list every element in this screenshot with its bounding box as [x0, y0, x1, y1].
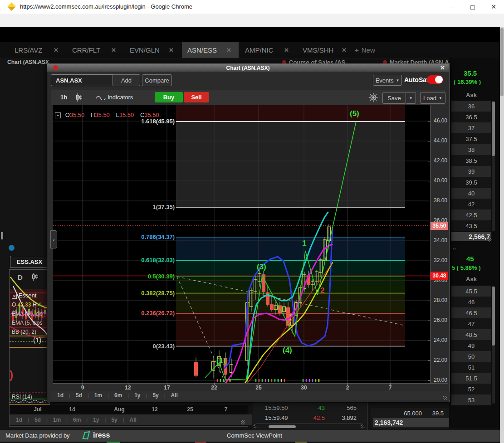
- close-icon[interactable]: ✕: [54, 47, 59, 54]
- ask-row[interactable]: 45.5: [451, 286, 491, 297]
- horizontal-scrollbar[interactable]: [269, 425, 296, 428]
- resize-grip[interactable]: [241, 420, 245, 424]
- ask-row[interactable]: 46.5: [451, 307, 491, 318]
- resize-grip[interactable]: [254, 424, 258, 428]
- scrollbar-thumb[interactable]: [500, 28, 504, 96]
- ask-row[interactable]: 42: [451, 199, 491, 209]
- period-1d[interactable]: 1d: [57, 392, 64, 399]
- resize-grip[interactable]: [488, 238, 492, 242]
- scrollbar-track[interactable]: [492, 286, 495, 404]
- scrollbar-thumb[interactable]: [492, 287, 495, 346]
- ask-row[interactable]: 47: [451, 318, 491, 329]
- candle-style-icon[interactable]: [75, 93, 83, 102]
- period-1d[interactable]: 1d: [16, 417, 22, 423]
- gear-icon[interactable]: [368, 92, 378, 102]
- scrollbar-track[interactable]: [492, 101, 495, 231]
- ess-mini-chart-panel[interactable]: D ✕ Essent O 42.33 H 4 EMA (30, cloEMA (…: [9, 269, 50, 406]
- bg-chart-panel-title[interactable]: Chart (ASN.ASX): [7, 59, 49, 65]
- chart-sell-button[interactable]: Sell: [184, 92, 209, 102]
- ask-row[interactable]: 51.5: [451, 373, 491, 384]
- close-icon[interactable]: ✕: [284, 47, 289, 54]
- chart-symbol-input[interactable]: ASN.ASX: [51, 74, 115, 86]
- ask-row[interactable]: 46: [451, 297, 491, 307]
- ask-row[interactable]: 39: [451, 166, 491, 177]
- resize-grip[interactable]: [361, 424, 365, 428]
- time-axis-separator: [53, 383, 448, 384]
- record-dot[interactable]: [53, 65, 58, 70]
- period-5d[interactable]: 5d: [76, 392, 82, 399]
- ess-symbol-input[interactable]: ESS.ASX: [10, 256, 49, 268]
- tab-lrs-avz[interactable]: LRS/AVZ✕: [9, 42, 66, 58]
- scrollbar-thumb[interactable]: [492, 102, 495, 156]
- period-5y[interactable]: 5y: [152, 392, 158, 399]
- add-button[interactable]: Add: [113, 74, 140, 86]
- resize-grip[interactable]: [443, 396, 447, 400]
- checkbox-icon[interactable]: ✕: [12, 294, 17, 299]
- sale-row[interactable]: 15:59:4942.53,892: [252, 413, 366, 423]
- period-6m[interactable]: 6m: [73, 417, 81, 423]
- period-1m[interactable]: 1m: [53, 417, 61, 423]
- tab-amp-nic[interactable]: AMP/NIC✕: [240, 42, 296, 58]
- close-icon[interactable]: ✕: [226, 47, 231, 54]
- period-1y[interactable]: 1y: [134, 392, 140, 399]
- compare-button[interactable]: Compare: [142, 74, 172, 86]
- ess-indicator-label[interactable]: EMA (5, clos: [12, 320, 42, 326]
- close-icon[interactable]: ✕: [342, 47, 347, 54]
- ask-row[interactable]: 36: [451, 101, 491, 112]
- close-icon[interactable]: ✕: [169, 47, 174, 54]
- period-5d[interactable]: 5d: [34, 417, 41, 423]
- tab-asn-ess[interactable]: ASN/ESS✕: [182, 42, 239, 58]
- left-splitter-grip[interactable]: [1, 232, 4, 239]
- ess-rsi-label[interactable]: RSI (14): [12, 394, 32, 400]
- period-1m[interactable]: 1m: [94, 392, 102, 399]
- tab-new[interactable]: +New: [355, 42, 382, 58]
- notification-dot[interactable]: [9, 245, 15, 251]
- ask-row[interactable]: 40: [451, 188, 491, 199]
- ask-row[interactable]: 37.5: [451, 133, 491, 144]
- chart-window-titlebar[interactable]: Chart (ASN.ASX) ✕: [47, 64, 449, 72]
- close-icon[interactable]: ✕: [440, 64, 445, 71]
- chart-buy-button[interactable]: Buy: [155, 92, 183, 102]
- panel-expander[interactable]: ›: [50, 230, 57, 248]
- period-All[interactable]: All: [171, 392, 178, 399]
- autosave-toggle[interactable]: [427, 75, 443, 84]
- period-6m[interactable]: 6m: [114, 392, 122, 399]
- ask-row[interactable]: 36.5: [451, 112, 491, 122]
- save-dropdown[interactable]: ▼: [406, 92, 416, 104]
- ask-row[interactable]: 50: [451, 351, 491, 362]
- browser-scrollbar[interactable]: [500, 27, 504, 443]
- interval-label[interactable]: 1h: [60, 94, 67, 101]
- expand-icon[interactable]: +: [55, 112, 61, 118]
- indicators-button[interactable]: Indicators: [108, 94, 133, 101]
- ask-row[interactable]: 38: [451, 144, 491, 155]
- ask-row[interactable]: 38.5: [451, 155, 491, 166]
- ask-row[interactable]: 43.5: [451, 220, 491, 231]
- minimize-button[interactable]: –: [442, 1, 460, 13]
- tab-crr-flt[interactable]: CRR/FLT✕: [67, 42, 123, 58]
- ask-row[interactable]: 51: [451, 362, 491, 373]
- ess-legend-title[interactable]: ✕ Essent: [12, 292, 36, 299]
- chart-plot[interactable]: [53, 105, 430, 383]
- ask-row[interactable]: 52: [451, 384, 491, 394]
- ask-row[interactable]: 53: [451, 394, 491, 405]
- ess-indicator-label[interactable]: BB (20, 2): [12, 329, 36, 335]
- close-button[interactable]: ✕: [484, 1, 503, 13]
- save-button[interactable]: Save: [382, 92, 406, 104]
- close-icon[interactable]: ✕: [111, 47, 116, 54]
- ask-row[interactable]: 49: [451, 340, 491, 351]
- tab-vms-shh[interactable]: VMS/SHH✕: [297, 42, 354, 58]
- tab-evn-gln[interactable]: EVN/GLN✕: [124, 42, 181, 58]
- ask-row[interactable]: 39.5: [451, 177, 491, 188]
- tab-label: ASN/ESS: [187, 46, 217, 54]
- period-All[interactable]: All: [130, 417, 137, 423]
- period-1y[interactable]: 1y: [93, 417, 99, 423]
- load-dropdown[interactable]: Load▼: [420, 92, 445, 104]
- period-5y[interactable]: 5y: [111, 417, 117, 423]
- sale-row[interactable]: 15:59:5043565: [252, 403, 366, 413]
- ask-row[interactable]: 42.5: [451, 209, 491, 220]
- ask-row[interactable]: 48.5: [451, 329, 491, 340]
- ask-row[interactable]: 37: [451, 122, 491, 133]
- maximize-button[interactable]: ▢: [464, 1, 482, 13]
- ess-indicator-label[interactable]: EMA (30, clo: [12, 311, 43, 317]
- events-dropdown[interactable]: Events▼: [373, 75, 402, 86]
